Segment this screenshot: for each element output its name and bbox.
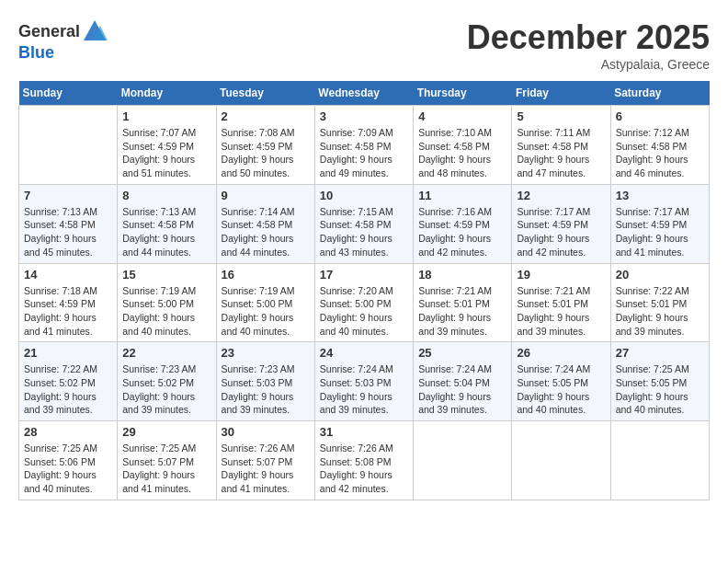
calendar-cell	[512, 421, 610, 500]
calendar-table: SundayMondayTuesdayWednesdayThursdayFrid…	[18, 81, 710, 500]
day-info: Sunrise: 7:19 AMSunset: 5:00 PMDaylight:…	[122, 284, 210, 339]
day-info: Sunrise: 7:09 AMSunset: 4:58 PMDaylight:…	[320, 126, 408, 180]
calendar-cell: 26Sunrise: 7:24 AMSunset: 5:05 PMDayligh…	[512, 342, 610, 421]
calendar-cell: 6Sunrise: 7:12 AMSunset: 4:58 PMDaylight…	[610, 106, 709, 185]
weekday-header-tuesday: Tuesday	[216, 81, 314, 106]
logo-general: General	[18, 23, 80, 40]
logo-icon	[82, 18, 108, 44]
day-info: Sunrise: 7:24 AMSunset: 5:04 PMDaylight:…	[418, 362, 506, 417]
day-info: Sunrise: 7:24 AMSunset: 5:03 PMDaylight:…	[320, 362, 408, 417]
day-number: 30	[222, 425, 310, 439]
day-info: Sunrise: 7:16 AMSunset: 4:59 PMDaylight:…	[418, 205, 506, 259]
day-number: 31	[320, 425, 408, 439]
day-info: Sunrise: 7:25 AMSunset: 5:06 PMDaylight:…	[24, 442, 112, 496]
day-info: Sunrise: 7:20 AMSunset: 5:00 PMDaylight:…	[320, 284, 408, 339]
calendar-cell: 29Sunrise: 7:25 AMSunset: 5:07 PMDayligh…	[118, 421, 216, 500]
calendar-cell: 31Sunrise: 7:26 AMSunset: 5:08 PMDayligh…	[314, 421, 413, 500]
day-number: 4	[418, 109, 506, 123]
weekday-header-friday: Friday	[512, 81, 610, 106]
calendar-cell	[610, 421, 709, 500]
day-number: 19	[517, 268, 605, 282]
calendar-cell: 9Sunrise: 7:14 AMSunset: 4:58 PMDaylight…	[216, 184, 314, 263]
day-number: 22	[122, 346, 210, 360]
day-info: Sunrise: 7:15 AMSunset: 4:58 PMDaylight:…	[320, 205, 408, 259]
weekday-header-saturday: Saturday	[610, 81, 709, 106]
day-info: Sunrise: 7:24 AMSunset: 5:05 PMDaylight:…	[517, 362, 605, 417]
day-number: 6	[616, 109, 704, 123]
day-number: 21	[24, 346, 112, 360]
day-number: 10	[320, 189, 408, 202]
day-info: Sunrise: 7:23 AMSunset: 5:03 PMDaylight:…	[222, 362, 310, 417]
day-info: Sunrise: 7:21 AMSunset: 5:01 PMDaylight:…	[517, 284, 605, 339]
day-number: 24	[320, 346, 408, 360]
calendar-cell: 20Sunrise: 7:22 AMSunset: 5:01 PMDayligh…	[610, 263, 709, 342]
calendar-cell: 15Sunrise: 7:19 AMSunset: 5:00 PMDayligh…	[118, 263, 216, 342]
calendar-cell: 25Sunrise: 7:24 AMSunset: 5:04 PMDayligh…	[414, 342, 512, 421]
day-info: Sunrise: 7:14 AMSunset: 4:58 PMDaylight:…	[222, 205, 310, 259]
day-number: 17	[320, 268, 408, 282]
day-number: 26	[517, 346, 605, 360]
calendar-cell: 24Sunrise: 7:24 AMSunset: 5:03 PMDayligh…	[314, 342, 413, 421]
calendar-cell: 11Sunrise: 7:16 AMSunset: 4:59 PMDayligh…	[414, 184, 512, 263]
calendar-cell: 16Sunrise: 7:19 AMSunset: 5:00 PMDayligh…	[216, 263, 314, 342]
day-number: 8	[122, 189, 210, 202]
calendar-cell: 2Sunrise: 7:08 AMSunset: 4:59 PMDaylight…	[216, 106, 314, 185]
day-number: 28	[24, 425, 112, 439]
day-number: 3	[320, 109, 408, 123]
day-info: Sunrise: 7:07 AMSunset: 4:59 PMDaylight:…	[122, 126, 210, 180]
day-number: 7	[24, 189, 112, 202]
day-number: 29	[122, 425, 210, 439]
day-number: 9	[222, 189, 310, 202]
day-info: Sunrise: 7:18 AMSunset: 4:59 PMDaylight:…	[24, 284, 112, 339]
day-number: 11	[418, 189, 506, 202]
day-info: Sunrise: 7:19 AMSunset: 5:00 PMDaylight:…	[222, 284, 310, 339]
calendar-cell: 14Sunrise: 7:18 AMSunset: 4:59 PMDayligh…	[19, 263, 118, 342]
day-number: 13	[616, 189, 704, 202]
day-number: 12	[517, 189, 605, 202]
day-number: 15	[122, 268, 210, 282]
day-number: 25	[418, 346, 506, 360]
day-info: Sunrise: 7:17 AMSunset: 4:59 PMDaylight:…	[616, 205, 704, 259]
calendar-cell: 12Sunrise: 7:17 AMSunset: 4:59 PMDayligh…	[512, 184, 610, 263]
logo-blue: Blue	[18, 43, 54, 62]
calendar-cell: 18Sunrise: 7:21 AMSunset: 5:01 PMDayligh…	[414, 263, 512, 342]
day-number: 14	[24, 268, 112, 282]
day-number: 2	[222, 109, 310, 123]
day-info: Sunrise: 7:23 AMSunset: 5:02 PMDaylight:…	[122, 362, 210, 417]
calendar-cell: 23Sunrise: 7:23 AMSunset: 5:03 PMDayligh…	[216, 342, 314, 421]
day-info: Sunrise: 7:13 AMSunset: 4:58 PMDaylight:…	[122, 205, 210, 259]
calendar-cell	[19, 106, 118, 185]
day-info: Sunrise: 7:26 AMSunset: 5:07 PMDaylight:…	[222, 442, 310, 496]
calendar-cell: 1Sunrise: 7:07 AMSunset: 4:59 PMDaylight…	[118, 106, 216, 185]
calendar-cell: 21Sunrise: 7:22 AMSunset: 5:02 PMDayligh…	[19, 342, 118, 421]
calendar-cell: 5Sunrise: 7:11 AMSunset: 4:58 PMDaylight…	[512, 106, 610, 185]
calendar-cell: 3Sunrise: 7:09 AMSunset: 4:58 PMDaylight…	[314, 106, 413, 185]
day-info: Sunrise: 7:22 AMSunset: 5:01 PMDaylight:…	[616, 284, 704, 339]
calendar-cell: 10Sunrise: 7:15 AMSunset: 4:58 PMDayligh…	[314, 184, 413, 263]
calendar-cell: 7Sunrise: 7:13 AMSunset: 4:58 PMDaylight…	[19, 184, 118, 263]
day-number: 5	[517, 109, 605, 123]
day-info: Sunrise: 7:25 AMSunset: 5:05 PMDaylight:…	[616, 362, 704, 417]
day-info: Sunrise: 7:17 AMSunset: 4:59 PMDaylight:…	[517, 205, 605, 259]
day-info: Sunrise: 7:08 AMSunset: 4:59 PMDaylight:…	[222, 126, 310, 180]
day-number: 23	[222, 346, 310, 360]
day-info: Sunrise: 7:21 AMSunset: 5:01 PMDaylight:…	[418, 284, 506, 339]
location-subtitle: Astypalaia, Greece	[467, 57, 710, 72]
weekday-header-monday: Monday	[118, 81, 216, 106]
day-number: 18	[418, 268, 506, 282]
logo: General Blue	[18, 18, 108, 62]
calendar-cell: 28Sunrise: 7:25 AMSunset: 5:06 PMDayligh…	[19, 421, 118, 500]
calendar-cell: 30Sunrise: 7:26 AMSunset: 5:07 PMDayligh…	[216, 421, 314, 500]
day-info: Sunrise: 7:25 AMSunset: 5:07 PMDaylight:…	[122, 442, 210, 496]
calendar-cell: 22Sunrise: 7:23 AMSunset: 5:02 PMDayligh…	[118, 342, 216, 421]
calendar-cell: 17Sunrise: 7:20 AMSunset: 5:00 PMDayligh…	[314, 263, 413, 342]
title-block: December 2025 Astypalaia, Greece	[467, 18, 710, 72]
page-header: General Blue December 2025 Astypalaia, G…	[18, 18, 710, 72]
weekday-header-sunday: Sunday	[19, 81, 118, 106]
weekday-header-wednesday: Wednesday	[314, 81, 413, 106]
day-info: Sunrise: 7:22 AMSunset: 5:02 PMDaylight:…	[24, 362, 112, 417]
day-number: 27	[616, 346, 704, 360]
weekday-header-thursday: Thursday	[414, 81, 512, 106]
day-number: 20	[616, 268, 704, 282]
day-info: Sunrise: 7:13 AMSunset: 4:58 PMDaylight:…	[24, 205, 112, 259]
